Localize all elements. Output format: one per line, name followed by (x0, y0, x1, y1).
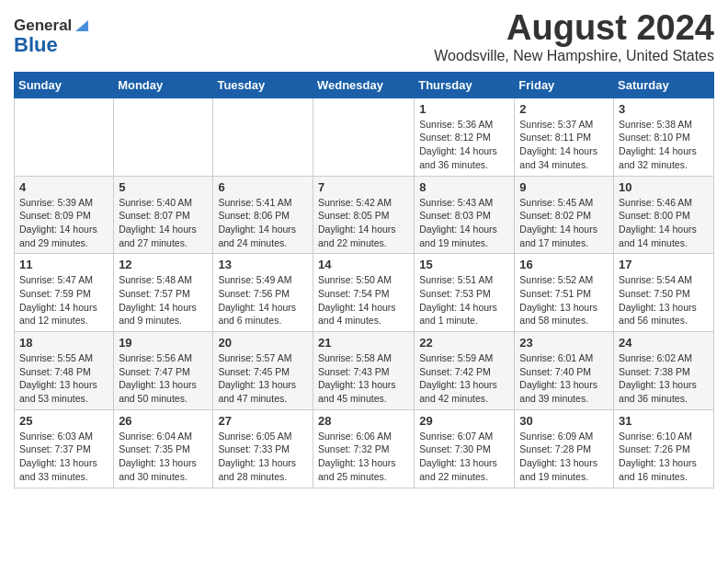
calendar-cell: 30Sunrise: 6:09 AMSunset: 7:28 PMDayligh… (515, 409, 614, 488)
weekday-header-monday: Monday (114, 72, 213, 98)
day-number: 28 (318, 414, 409, 428)
page-header: General Blue August 2024 Woodsville, New… (14, 9, 714, 64)
day-info: Sunrise: 5:52 AMSunset: 7:51 PMDaylight:… (519, 273, 609, 327)
day-info: Sunrise: 5:42 AMSunset: 8:05 PMDaylight:… (318, 196, 409, 250)
day-number: 3 (619, 102, 709, 116)
day-info: Sunrise: 6:06 AMSunset: 7:32 PMDaylight:… (318, 430, 409, 484)
calendar-week-row-5: 25Sunrise: 6:03 AMSunset: 7:37 PMDayligh… (15, 409, 714, 488)
day-info: Sunrise: 5:39 AMSunset: 8:09 PMDaylight:… (19, 196, 108, 250)
day-number: 2 (519, 102, 609, 116)
weekday-header-friday: Friday (515, 72, 614, 98)
calendar-cell: 11Sunrise: 5:47 AMSunset: 7:59 PMDayligh… (15, 254, 114, 332)
day-info: Sunrise: 5:54 AMSunset: 7:50 PMDaylight:… (619, 273, 709, 327)
calendar-cell: 3Sunrise: 5:38 AMSunset: 8:10 PMDaylight… (614, 98, 714, 176)
day-info: Sunrise: 5:49 AMSunset: 7:56 PMDaylight:… (218, 273, 308, 327)
month-title: August 2024 (434, 9, 714, 48)
day-info: Sunrise: 5:57 AMSunset: 7:45 PMDaylight:… (218, 351, 308, 406)
calendar-cell (213, 98, 313, 176)
day-info: Sunrise: 6:02 AMSunset: 7:38 PMDaylight:… (619, 351, 709, 406)
calendar-cell: 27Sunrise: 6:05 AMSunset: 7:33 PMDayligh… (213, 409, 313, 488)
title-block: August 2024 Woodsville, New Hampshire, U… (434, 9, 714, 64)
day-number: 26 (119, 414, 208, 428)
day-info: Sunrise: 6:03 AMSunset: 7:37 PMDaylight:… (19, 430, 108, 484)
day-info: Sunrise: 5:56 AMSunset: 7:47 PMDaylight:… (119, 351, 208, 406)
calendar-cell: 2Sunrise: 5:37 AMSunset: 8:11 PMDaylight… (515, 98, 614, 176)
calendar-table: SundayMondayTuesdayWednesdayThursdayFrid… (14, 72, 714, 488)
calendar-cell: 9Sunrise: 5:45 AMSunset: 8:02 PMDaylight… (515, 176, 614, 254)
day-number: 30 (519, 414, 609, 428)
logo-blue-text: Blue (14, 35, 58, 55)
day-number: 27 (218, 414, 308, 428)
day-number: 9 (519, 180, 609, 194)
day-number: 4 (19, 180, 108, 194)
calendar-cell: 28Sunrise: 6:06 AMSunset: 7:32 PMDayligh… (313, 409, 414, 488)
day-info: Sunrise: 5:50 AMSunset: 7:54 PMDaylight:… (318, 273, 409, 327)
day-info: Sunrise: 5:51 AMSunset: 7:53 PMDaylight:… (419, 273, 509, 327)
day-number: 23 (519, 336, 609, 350)
calendar-cell: 1Sunrise: 5:36 AMSunset: 8:12 PMDaylight… (415, 98, 515, 176)
day-number: 6 (218, 180, 308, 194)
weekday-header-wednesday: Wednesday (313, 72, 414, 98)
day-number: 18 (19, 336, 108, 350)
weekday-header-thursday: Thursday (415, 72, 515, 98)
day-info: Sunrise: 6:07 AMSunset: 7:30 PMDaylight:… (419, 430, 509, 484)
logo-general-text: General (14, 17, 72, 35)
weekday-header-row: SundayMondayTuesdayWednesdayThursdayFrid… (15, 72, 714, 98)
svg-marker-0 (75, 20, 88, 31)
calendar-cell: 17Sunrise: 5:54 AMSunset: 7:50 PMDayligh… (614, 254, 714, 332)
day-info: Sunrise: 5:59 AMSunset: 7:42 PMDaylight:… (419, 351, 509, 406)
day-number: 19 (119, 336, 208, 350)
calendar-cell (15, 98, 114, 176)
calendar-week-row-1: 1Sunrise: 5:36 AMSunset: 8:12 PMDaylight… (15, 98, 714, 176)
calendar-cell: 31Sunrise: 6:10 AMSunset: 7:26 PMDayligh… (614, 409, 714, 488)
day-info: Sunrise: 5:47 AMSunset: 7:59 PMDaylight:… (19, 273, 108, 327)
day-info: Sunrise: 5:38 AMSunset: 8:10 PMDaylight:… (619, 118, 709, 172)
day-info: Sunrise: 5:55 AMSunset: 7:48 PMDaylight:… (19, 351, 108, 406)
calendar-cell: 21Sunrise: 5:58 AMSunset: 7:43 PMDayligh… (313, 332, 414, 410)
day-info: Sunrise: 5:45 AMSunset: 8:02 PMDaylight:… (519, 196, 609, 250)
calendar-cell: 6Sunrise: 5:41 AMSunset: 8:06 PMDaylight… (213, 176, 313, 254)
day-number: 29 (419, 414, 509, 428)
day-number: 1 (419, 102, 509, 116)
calendar-cell: 7Sunrise: 5:42 AMSunset: 8:05 PMDaylight… (313, 176, 414, 254)
calendar-cell: 19Sunrise: 5:56 AMSunset: 7:47 PMDayligh… (114, 332, 213, 410)
day-number: 21 (318, 336, 409, 350)
calendar-cell: 8Sunrise: 5:43 AMSunset: 8:03 PMDaylight… (415, 176, 515, 254)
day-number: 14 (318, 258, 409, 271)
day-info: Sunrise: 5:58 AMSunset: 7:43 PMDaylight:… (318, 351, 409, 406)
calendar-week-row-4: 18Sunrise: 5:55 AMSunset: 7:48 PMDayligh… (15, 332, 714, 410)
calendar-cell: 13Sunrise: 5:49 AMSunset: 7:56 PMDayligh… (213, 254, 313, 332)
day-number: 31 (619, 414, 709, 428)
day-number: 5 (119, 180, 208, 194)
day-number: 25 (19, 414, 108, 428)
calendar-cell: 25Sunrise: 6:03 AMSunset: 7:37 PMDayligh… (15, 409, 114, 488)
weekday-header-sunday: Sunday (15, 72, 114, 98)
calendar-cell (313, 98, 414, 176)
location-subtitle: Woodsville, New Hampshire, United States (434, 48, 714, 64)
day-number: 20 (218, 336, 308, 350)
day-number: 22 (419, 336, 509, 350)
day-number: 16 (519, 258, 609, 271)
day-number: 17 (619, 258, 709, 271)
logo: General Blue (14, 17, 90, 55)
day-number: 24 (619, 336, 709, 350)
calendar-cell: 20Sunrise: 5:57 AMSunset: 7:45 PMDayligh… (213, 332, 313, 410)
day-number: 10 (619, 180, 709, 194)
calendar-cell: 18Sunrise: 5:55 AMSunset: 7:48 PMDayligh… (15, 332, 114, 410)
calendar-cell: 10Sunrise: 5:46 AMSunset: 8:00 PMDayligh… (614, 176, 714, 254)
calendar-cell: 14Sunrise: 5:50 AMSunset: 7:54 PMDayligh… (313, 254, 414, 332)
calendar-cell (114, 98, 213, 176)
calendar-cell: 16Sunrise: 5:52 AMSunset: 7:51 PMDayligh… (515, 254, 614, 332)
day-info: Sunrise: 5:37 AMSunset: 8:11 PMDaylight:… (519, 118, 609, 172)
calendar-cell: 23Sunrise: 6:01 AMSunset: 7:40 PMDayligh… (515, 332, 614, 410)
calendar-cell: 24Sunrise: 6:02 AMSunset: 7:38 PMDayligh… (614, 332, 714, 410)
calendar-week-row-3: 11Sunrise: 5:47 AMSunset: 7:59 PMDayligh… (15, 254, 714, 332)
day-info: Sunrise: 6:01 AMSunset: 7:40 PMDaylight:… (519, 351, 609, 406)
day-info: Sunrise: 5:43 AMSunset: 8:03 PMDaylight:… (419, 196, 509, 250)
day-info: Sunrise: 5:46 AMSunset: 8:00 PMDaylight:… (619, 196, 709, 250)
calendar-cell: 12Sunrise: 5:48 AMSunset: 7:57 PMDayligh… (114, 254, 213, 332)
day-info: Sunrise: 5:41 AMSunset: 8:06 PMDaylight:… (218, 196, 308, 250)
day-number: 15 (419, 258, 509, 271)
day-info: Sunrise: 5:48 AMSunset: 7:57 PMDaylight:… (119, 273, 208, 327)
day-number: 12 (119, 258, 208, 271)
